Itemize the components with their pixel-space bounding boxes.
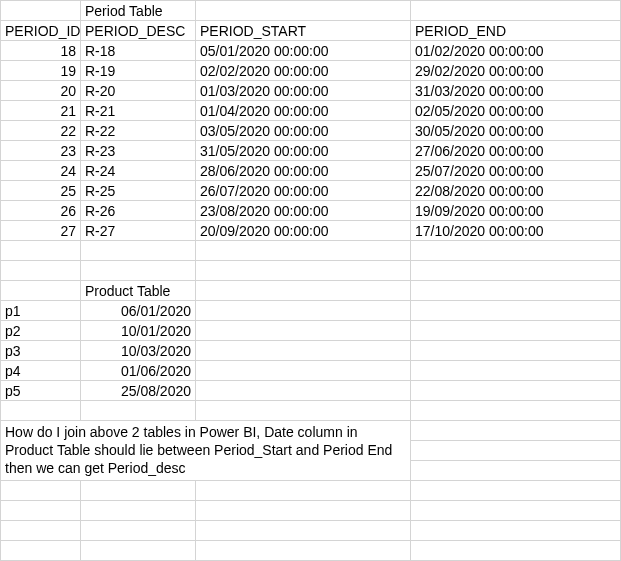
header-period-desc[interactable]: PERIOD_DESC	[81, 21, 196, 41]
period-start-cell[interactable]: 01/03/2020 00:00:00	[196, 81, 411, 101]
period-start-cell[interactable]: 03/05/2020 00:00:00	[196, 121, 411, 141]
period-end-cell[interactable]: 25/07/2020 00:00:00	[411, 161, 621, 181]
period-end-cell[interactable]: 27/06/2020 00:00:00	[411, 141, 621, 161]
cell[interactable]	[411, 481, 621, 501]
period-desc-cell[interactable]: R-19	[81, 61, 196, 81]
cell[interactable]	[411, 501, 621, 521]
period-id-cell[interactable]: 19	[1, 61, 81, 81]
cell[interactable]	[81, 401, 196, 421]
cell[interactable]	[411, 321, 621, 341]
period-start-cell[interactable]: 05/01/2020 00:00:00	[196, 41, 411, 61]
cell[interactable]	[411, 281, 621, 301]
cell[interactable]	[1, 481, 81, 501]
period-end-cell[interactable]: 17/10/2020 00:00:00	[411, 221, 621, 241]
period-id-cell[interactable]: 25	[1, 181, 81, 201]
period-desc-cell[interactable]: R-22	[81, 121, 196, 141]
cell[interactable]	[411, 241, 621, 261]
cell[interactable]	[411, 441, 621, 461]
product-table-title[interactable]: Product Table	[81, 281, 196, 301]
cell[interactable]	[1, 241, 81, 261]
cell[interactable]	[411, 301, 621, 321]
cell[interactable]	[411, 421, 621, 441]
period-start-cell[interactable]: 02/02/2020 00:00:00	[196, 61, 411, 81]
spreadsheet-grid[interactable]: Period TablePERIOD_IDPERIOD_DESCPERIOD_S…	[0, 0, 621, 561]
header-period-end[interactable]: PERIOD_END	[411, 21, 621, 41]
cell[interactable]	[411, 341, 621, 361]
cell[interactable]	[1, 401, 81, 421]
cell[interactable]	[81, 521, 196, 541]
header-period-start[interactable]: PERIOD_START	[196, 21, 411, 41]
period-end-cell[interactable]: 22/08/2020 00:00:00	[411, 181, 621, 201]
period-id-cell[interactable]: 24	[1, 161, 81, 181]
period-id-cell[interactable]: 26	[1, 201, 81, 221]
cell[interactable]	[411, 261, 621, 281]
cell[interactable]	[411, 401, 621, 421]
cell[interactable]	[1, 521, 81, 541]
period-table-title[interactable]: Period Table	[81, 1, 196, 21]
product-date-cell[interactable]: 06/01/2020	[81, 301, 196, 321]
cell[interactable]	[411, 541, 621, 561]
cell[interactable]	[81, 501, 196, 521]
period-id-cell[interactable]: 20	[1, 81, 81, 101]
period-start-cell[interactable]: 26/07/2020 00:00:00	[196, 181, 411, 201]
period-id-cell[interactable]: 23	[1, 141, 81, 161]
period-start-cell[interactable]: 20/09/2020 00:00:00	[196, 221, 411, 241]
cell[interactable]	[196, 261, 411, 281]
product-id-cell[interactable]: p2	[1, 321, 81, 341]
product-id-cell[interactable]: p4	[1, 361, 81, 381]
period-desc-cell[interactable]: R-23	[81, 141, 196, 161]
cell[interactable]	[81, 261, 196, 281]
product-id-cell[interactable]: p5	[1, 381, 81, 401]
period-id-cell[interactable]: 21	[1, 101, 81, 121]
period-end-cell[interactable]: 30/05/2020 00:00:00	[411, 121, 621, 141]
product-date-cell[interactable]: 10/01/2020	[81, 321, 196, 341]
period-desc-cell[interactable]: R-18	[81, 41, 196, 61]
period-desc-cell[interactable]: R-24	[81, 161, 196, 181]
period-start-cell[interactable]: 28/06/2020 00:00:00	[196, 161, 411, 181]
cell[interactable]	[1, 541, 81, 561]
period-end-cell[interactable]: 02/05/2020 00:00:00	[411, 101, 621, 121]
period-end-cell[interactable]: 29/02/2020 00:00:00	[411, 61, 621, 81]
cell[interactable]	[196, 361, 411, 381]
period-id-cell[interactable]: 22	[1, 121, 81, 141]
cell[interactable]	[196, 541, 411, 561]
cell[interactable]	[411, 361, 621, 381]
cell[interactable]	[1, 501, 81, 521]
cell[interactable]	[196, 301, 411, 321]
cell[interactable]	[1, 281, 81, 301]
cell[interactable]	[196, 501, 411, 521]
period-desc-cell[interactable]: R-21	[81, 101, 196, 121]
cell[interactable]	[81, 481, 196, 501]
cell[interactable]	[196, 481, 411, 501]
period-desc-cell[interactable]: R-20	[81, 81, 196, 101]
product-id-cell[interactable]: p3	[1, 341, 81, 361]
cell[interactable]	[411, 521, 621, 541]
cell[interactable]	[196, 321, 411, 341]
period-desc-cell[interactable]: R-25	[81, 181, 196, 201]
product-date-cell[interactable]: 01/06/2020	[81, 361, 196, 381]
cell[interactable]	[81, 241, 196, 261]
period-start-cell[interactable]: 31/05/2020 00:00:00	[196, 141, 411, 161]
cell[interactable]	[196, 281, 411, 301]
period-start-cell[interactable]: 23/08/2020 00:00:00	[196, 201, 411, 221]
header-period-id[interactable]: PERIOD_ID	[1, 21, 81, 41]
period-end-cell[interactable]: 19/09/2020 00:00:00	[411, 201, 621, 221]
period-end-cell[interactable]: 31/03/2020 00:00:00	[411, 81, 621, 101]
cell[interactable]	[196, 521, 411, 541]
cell[interactable]	[196, 401, 411, 421]
cell[interactable]	[196, 341, 411, 361]
product-id-cell[interactable]: p1	[1, 301, 81, 321]
cell[interactable]	[411, 461, 621, 481]
period-desc-cell[interactable]: R-27	[81, 221, 196, 241]
cell[interactable]	[1, 1, 81, 21]
period-end-cell[interactable]: 01/02/2020 00:00:00	[411, 41, 621, 61]
product-date-cell[interactable]: 10/03/2020	[81, 341, 196, 361]
cell[interactable]	[1, 261, 81, 281]
cell[interactable]	[196, 241, 411, 261]
period-id-cell[interactable]: 18	[1, 41, 81, 61]
product-date-cell[interactable]: 25/08/2020	[81, 381, 196, 401]
cell[interactable]	[411, 1, 621, 21]
cell[interactable]	[196, 1, 411, 21]
cell[interactable]	[411, 381, 621, 401]
cell[interactable]	[196, 381, 411, 401]
